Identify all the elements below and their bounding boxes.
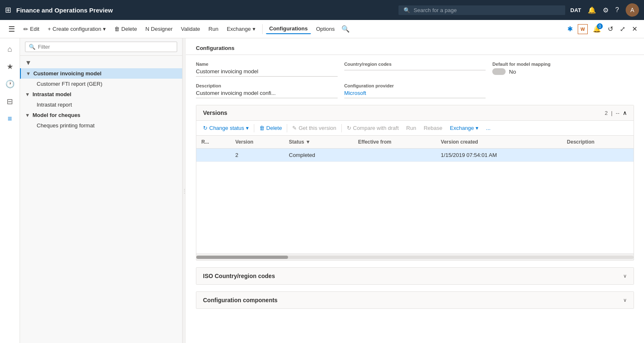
- sidebar-item-favorites[interactable]: ★: [3, 59, 17, 75]
- vtb-delete-button[interactable]: 🗑 Delete: [256, 123, 286, 133]
- default-model-toggle[interactable]: No: [492, 68, 634, 75]
- table-header-row: R... Version Status ▼ Effective from Ver…: [196, 136, 634, 149]
- configurations-header: Configurations: [186, 38, 644, 55]
- run-versions-button[interactable]: Run: [403, 123, 420, 133]
- resize-handle[interactable]: ⋮: [183, 38, 186, 343]
- col-description: Description: [562, 136, 634, 149]
- status-filter-icon[interactable]: ▼: [306, 139, 311, 145]
- rebase-button[interactable]: Rebase: [420, 123, 446, 133]
- iso-section-header[interactable]: ISO Country/region codes ∨: [196, 268, 634, 284]
- versions-sep: |: [611, 110, 612, 116]
- country-region-value: [344, 68, 486, 70]
- run-button[interactable]: Run: [205, 24, 222, 34]
- tree-item-intrastat-model[interactable]: ▼ Intrastat model: [20, 89, 182, 99]
- grid-icon: ⊞: [5, 5, 11, 15]
- tree-item-customer-invoicing-model[interactable]: ▼ Customer invoicing model: [20, 68, 182, 79]
- col-version: Version: [230, 136, 284, 149]
- sidebar-item-home[interactable]: ⌂: [4, 42, 15, 57]
- cell-status: Completed: [284, 149, 353, 162]
- versions-header-right: 2 | -- ∧: [605, 109, 627, 116]
- notifications-badge-button[interactable]: 🔔 0: [591, 23, 603, 35]
- hamburger-button[interactable]: ☰: [5, 23, 18, 35]
- change-status-label: Change status: [209, 125, 244, 131]
- create-icon: +: [48, 26, 51, 32]
- avatar[interactable]: A: [626, 3, 639, 17]
- tree-item-customer-fti-report[interactable]: Customer FTI report (GER): [20, 79, 182, 89]
- app-title: Finance and Operations Preview: [16, 7, 393, 14]
- sidebar-item-modules[interactable]: ≡: [4, 111, 15, 127]
- vtb-sep2: [287, 124, 287, 132]
- sidebar-item-workspaces[interactable]: ⊟: [3, 94, 16, 109]
- designer-button[interactable]: N Designer: [142, 24, 176, 34]
- create-configuration-button[interactable]: + Create configuration ▾: [44, 24, 109, 34]
- config-components-section: Configuration components ∨: [196, 291, 634, 309]
- settings-button[interactable]: ⚙: [603, 6, 609, 14]
- table-row[interactable]: 2 Completed 1/15/2019 07:54:01 AM: [196, 149, 634, 162]
- delete-icon: 🗑: [114, 26, 120, 32]
- exchange-button[interactable]: Exchange ▾: [223, 24, 259, 34]
- refresh-button[interactable]: ↺: [606, 23, 615, 35]
- scrollbar-thumb[interactable]: [196, 256, 288, 259]
- tree-label-customer-fti-report: Customer FTI report (GER): [37, 81, 102, 87]
- edit-icon: ✏: [23, 26, 28, 32]
- col-r: R...: [196, 136, 230, 149]
- global-search[interactable]: 🔍: [398, 5, 565, 15]
- name-value: Customer invoicing model: [196, 68, 338, 77]
- change-status-button[interactable]: ↻ Change status ▾: [200, 123, 252, 133]
- edit-button[interactable]: ✏ Edit: [20, 24, 43, 34]
- iso-section: ISO Country/region codes ∨: [196, 267, 634, 285]
- scrollbar-area[interactable]: [196, 254, 634, 260]
- office-button[interactable]: W: [578, 24, 588, 34]
- tree-item-model-for-cheques[interactable]: ▼ Model for cheques: [20, 110, 182, 120]
- bookmark-icon-button[interactable]: ✱: [566, 23, 574, 35]
- compare-label: Compare with draft: [353, 125, 399, 131]
- vtb-exchange-button[interactable]: Exchange ▾: [446, 123, 482, 133]
- grid-menu-button[interactable]: ⊞: [5, 5, 11, 15]
- filter-input[interactable]: [38, 44, 173, 50]
- notification-button[interactable]: 🔔: [588, 6, 596, 14]
- country-region-field-group: Country/region codes: [344, 62, 486, 77]
- cell-r: [196, 149, 230, 162]
- versions-table: R... Version Status ▼ Effective from Ver…: [196, 136, 634, 162]
- tree-label-intrastat-report: Intrastat report: [37, 102, 72, 108]
- default-model-label: Default for model mapping: [492, 62, 634, 67]
- designer-icon: N: [145, 26, 149, 32]
- separator: [262, 24, 263, 34]
- help-button[interactable]: ?: [615, 6, 619, 14]
- validate-button[interactable]: Validate: [178, 24, 203, 34]
- change-status-chevron: ▾: [246, 125, 249, 131]
- tree-item-cheques-printing-format[interactable]: Cheques printing format: [20, 120, 182, 131]
- options-tab[interactable]: Options: [313, 24, 338, 34]
- more-options-label: ...: [486, 125, 491, 131]
- options-label: Options: [316, 26, 335, 32]
- versions-collapse-button[interactable]: ∧: [623, 109, 627, 116]
- top-bar-right: DAT 🔔 ⚙ ? A: [570, 3, 639, 17]
- more-options-button[interactable]: ...: [483, 123, 494, 133]
- delete-button[interactable]: 🗑 Delete: [111, 24, 140, 34]
- name-label: Name: [196, 62, 338, 67]
- expand-icon-cheques: ▼: [25, 112, 31, 118]
- config-provider-value[interactable]: Microsoft: [344, 90, 486, 98]
- get-this-version-button[interactable]: ✎ Get this version: [289, 123, 339, 133]
- compare-with-draft-button[interactable]: ↻ Compare with draft: [343, 123, 402, 133]
- table-empty-area: [196, 162, 634, 254]
- versions-dash: --: [616, 110, 619, 116]
- configurations-tab[interactable]: Configurations: [266, 24, 311, 34]
- search-input[interactable]: [413, 7, 560, 13]
- toggle-switch[interactable]: [492, 68, 506, 75]
- description-label: Description: [196, 83, 338, 88]
- col-effective-from: Effective from: [353, 136, 436, 149]
- tree-item-intrastat-report[interactable]: Intrastat report: [20, 99, 182, 110]
- scrollbar-track: [196, 256, 634, 259]
- page-search-button[interactable]: 🔍: [340, 23, 351, 35]
- expand-button[interactable]: ⤢: [618, 23, 627, 35]
- toggle-value: No: [509, 69, 516, 75]
- sidebar-item-recent[interactable]: 🕐: [2, 76, 18, 92]
- tree-filter-icon[interactable]: ▼: [25, 59, 32, 67]
- vtb-sep3: [341, 124, 342, 132]
- config-components-header[interactable]: Configuration components ∨: [196, 292, 634, 308]
- cell-version-created: 1/15/2019 07:54:01 AM: [436, 149, 562, 162]
- delete-label: Delete: [121, 26, 137, 32]
- close-button[interactable]: ✕: [630, 23, 639, 35]
- expand-icon-customer: ▼: [26, 71, 32, 77]
